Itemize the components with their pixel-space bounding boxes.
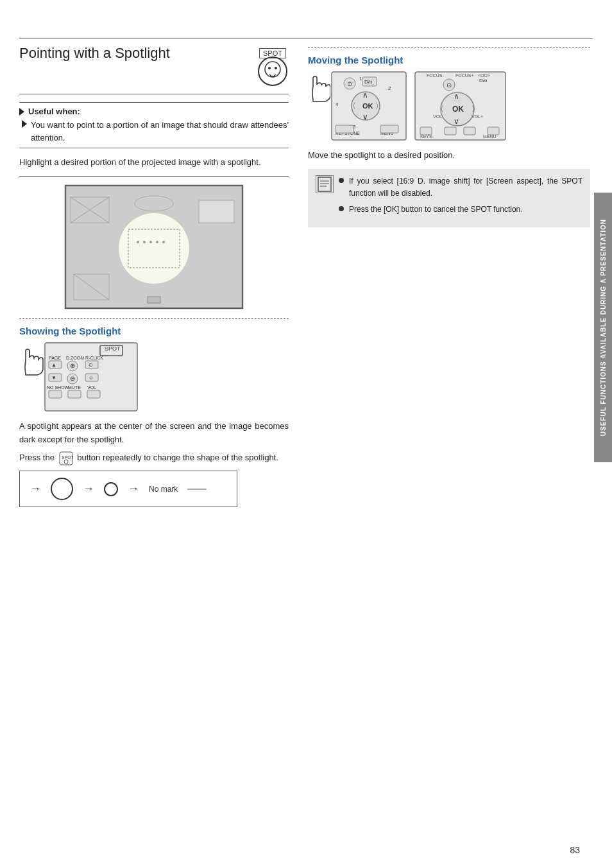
svg-text:⊕: ⊕ [70, 362, 75, 369]
moving-spotlight-title: Moving the Spotlight [308, 55, 590, 65]
bullet-dot-2 [339, 206, 344, 211]
useful-header-text: Useful when: [28, 107, 80, 116]
svg-text:OK: OK [362, 102, 373, 110]
svg-text:⊖: ⊖ [70, 375, 75, 382]
svg-text:NO SHOW: NO SHOW [47, 385, 69, 390]
main-content: Pointing with a Spotlight SPOT [19, 45, 580, 836]
body-text-1: A spotlight appears at the center of the… [19, 420, 289, 447]
top-line [19, 39, 593, 39]
svg-text:⊙: ⊙ [347, 80, 352, 87]
svg-rect-42 [49, 390, 62, 398]
note-icon-row: If you select [16:9 D. image shift] for … [316, 175, 582, 216]
svg-text:〉: 〉 [472, 105, 479, 114]
inline-spot-icon: SPOT [59, 451, 73, 465]
button-text: button repeatedly to change the shape of… [77, 453, 278, 463]
page-container: USEFUL FUNCTIONS AVAILABLE DURING A PRES… [0, 0, 612, 868]
svg-point-47 [64, 460, 68, 464]
press-text: Press the [19, 453, 55, 463]
svg-point-2 [268, 67, 271, 69]
svg-rect-20 [148, 297, 160, 303]
svg-rect-12 [199, 200, 234, 223]
projected-image-svg [64, 184, 244, 309]
svg-rect-65 [336, 125, 353, 133]
right-column: Moving the Spotlight ⊙ [308, 45, 590, 227]
svg-text:〈: 〈 [436, 105, 444, 114]
svg-text:4: 4 [336, 101, 339, 107]
svg-point-1 [265, 62, 280, 77]
svg-rect-67 [380, 125, 398, 133]
note-item-1: If you select [16:9 D. image shift] for … [339, 175, 582, 200]
note-text-1: If you select [16:9 D. image shift] for … [349, 175, 582, 200]
svg-text:MUTE: MUTE [68, 385, 81, 390]
left-column: Pointing with a Spotlight SPOT [19, 45, 289, 507]
svg-rect-88 [464, 127, 475, 135]
note-box: If you select [16:9 D. image shift] for … [308, 169, 590, 228]
circle-small [104, 482, 118, 496]
svg-text:KEYS-: KEYS- [420, 134, 434, 139]
hand-icon-moving-1 [308, 71, 330, 103]
svg-text:2: 2 [388, 85, 391, 91]
svg-point-17 [149, 241, 152, 243]
shape-diagram: → → → No mark [19, 471, 237, 507]
side-tab: USEFUL FUNCTIONS AVAILABLE DURING A PRES… [594, 193, 612, 462]
svg-point-3 [275, 67, 277, 69]
svg-text:D/o: D/o [479, 78, 488, 83]
remote-moving-1: ⊙ 1 D/o 2 4 OK ∧ [330, 71, 407, 141]
svg-text:OK: OK [452, 105, 464, 114]
svg-text:∨: ∨ [454, 117, 459, 126]
note-document-icon [316, 175, 334, 193]
remote-moving-2: FOCUS- FOCUS+ <OO> ⊙ D/o OK ∧ ∨ [414, 71, 507, 141]
useful-box: Useful when: You want to point to a port… [19, 102, 289, 148]
svg-text:FOCUS+: FOCUS+ [455, 73, 474, 78]
title-section: Pointing with a Spotlight SPOT [19, 45, 289, 94]
no-mark-text: No mark [149, 485, 178, 494]
svg-rect-89 [318, 177, 331, 191]
svg-point-19 [162, 241, 165, 243]
dashed-sep-1 [19, 318, 289, 319]
svg-rect-43 [68, 390, 81, 398]
no-mark-line [187, 483, 207, 495]
spot-icon [257, 55, 289, 87]
note-items-container: If you select [16:9 D. image shift] for … [339, 175, 582, 216]
remote-showing: SPOT PAGE ▲ D.ZOOM ⊕ R-CLICK ⊙ [44, 342, 139, 412]
svg-text:VOL-: VOL- [433, 114, 444, 119]
svg-point-18 [156, 241, 158, 243]
useful-header: Useful when: [19, 107, 289, 116]
svg-text:D.ZOOM: D.ZOOM [66, 356, 84, 360]
svg-text:☺: ☺ [89, 375, 94, 381]
svg-text:〈: 〈 [348, 101, 356, 110]
highlight-text: Highlight a desired portion of the proje… [19, 156, 289, 177]
svg-text:1: 1 [359, 76, 362, 82]
showing-remote-area: SPOT PAGE ▲ D.ZOOM ⊕ R-CLICK ⊙ [19, 342, 289, 412]
useful-item: You want to point to a portion of an ima… [19, 119, 289, 144]
col-divider [292, 45, 293, 836]
move-text: Move the spotlight to a desired position… [308, 149, 590, 162]
svg-text:<OO>: <OO> [478, 73, 490, 78]
showing-spotlight-title: Showing the Spotlight [19, 326, 289, 336]
moving-remote-1-wrapper: ⊙ 1 D/o 2 4 OK ∧ [308, 71, 407, 141]
svg-text:⊙: ⊙ [446, 82, 452, 89]
svg-text:FOCUS-: FOCUS- [427, 73, 445, 78]
side-tab-text: USEFUL FUNCTIONS AVAILABLE DURING A PRES… [600, 219, 607, 436]
svg-text:▼: ▼ [51, 375, 56, 381]
svg-text:∨: ∨ [362, 112, 368, 121]
svg-point-15 [137, 241, 139, 243]
triangle-icon [19, 108, 24, 116]
svg-rect-44 [87, 390, 100, 398]
svg-text:VOL: VOL [87, 385, 96, 390]
moving-remotes: ⊙ 1 D/o 2 4 OK ∧ [308, 71, 590, 141]
svg-text:∧: ∧ [454, 92, 459, 101]
useful-item-text: You want to point to a portion of an ima… [31, 119, 289, 144]
arrow-3: → [128, 482, 139, 496]
arrow-2: → [83, 482, 94, 496]
svg-text:D/o: D/o [364, 79, 373, 85]
svg-text:∧: ∧ [362, 91, 368, 100]
svg-text:SPOT: SPOT [105, 345, 121, 352]
circle-large [51, 478, 73, 500]
note-item-2: Press the [OK] button to cancel the SPOT… [339, 204, 582, 216]
page-number: 83 [570, 845, 580, 855]
dashed-sep-right [308, 48, 590, 48]
projected-image-wrapper [19, 184, 289, 309]
svg-text:VOL+: VOL+ [472, 114, 483, 119]
bullet-dot-1 [339, 178, 344, 183]
